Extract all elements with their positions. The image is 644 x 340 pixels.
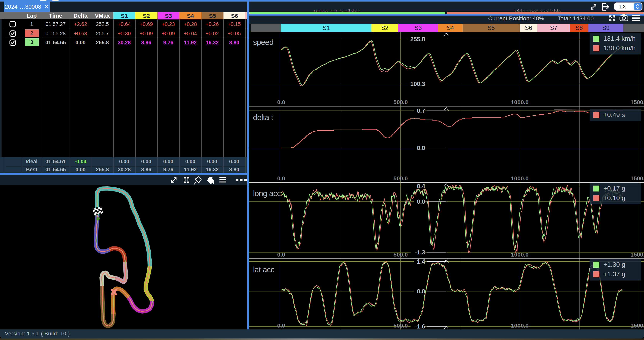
svg-text:0.4: 0.4 [417,183,425,190]
svg-text:+1.30 g: +1.30 g [603,261,625,268]
svg-text:1X: 1X [619,3,626,10]
svg-text:+0.49 s: +0.49 s [603,111,625,118]
svg-text:1.4: 1.4 [417,258,425,265]
svg-text:+0.10 g: +0.10 g [603,194,625,201]
svg-text:255.8: 255.8 [410,36,425,43]
svg-text:lat acc: lat acc [253,265,274,274]
svg-text:+1.37 g: +1.37 g [603,270,625,278]
svg-text:0.0: 0.0 [417,145,425,151]
svg-text:0.0: 0.0 [277,175,285,182]
svg-text:1500.0: 1500.0 [630,175,644,182]
svg-text:delta t: delta t [253,113,273,122]
svg-text:1500.0: 1500.0 [630,251,644,258]
svg-text:100.3: 100.3 [410,81,425,87]
svg-text:500.0: 500.0 [393,175,408,182]
svg-text:131.4 km/h: 131.4 km/h [603,35,636,42]
svg-text:+0.17 g: +0.17 g [603,185,625,192]
svg-text:1500.0: 1500.0 [630,322,644,329]
svg-text:0.0: 0.0 [417,198,425,205]
svg-text:1000.0: 1000.0 [511,175,528,182]
svg-text:0.0: 0.0 [277,322,285,329]
svg-text:long acc: long acc [253,189,281,198]
svg-text:-1.3: -1.3 [415,249,425,256]
svg-text:130.0 km/h: 130.0 km/h [603,44,636,52]
svg-text:500.0: 500.0 [393,322,408,329]
svg-text:0.7: 0.7 [417,107,425,114]
svg-text:speed: speed [253,38,274,47]
svg-text:0.0: 0.0 [277,251,285,258]
svg-text:1000.0: 1000.0 [511,99,528,105]
svg-text:-1.6: -1.6 [415,323,425,329]
svg-text:500.0: 500.0 [393,99,408,105]
svg-text:1500.0: 1500.0 [630,99,644,105]
svg-text:0.0: 0.0 [277,99,285,105]
svg-text:1000.0: 1000.0 [511,251,528,258]
svg-text:500.0: 500.0 [393,251,408,258]
svg-text:0.0: 0.0 [417,288,425,295]
svg-text:1000.0: 1000.0 [511,322,528,329]
